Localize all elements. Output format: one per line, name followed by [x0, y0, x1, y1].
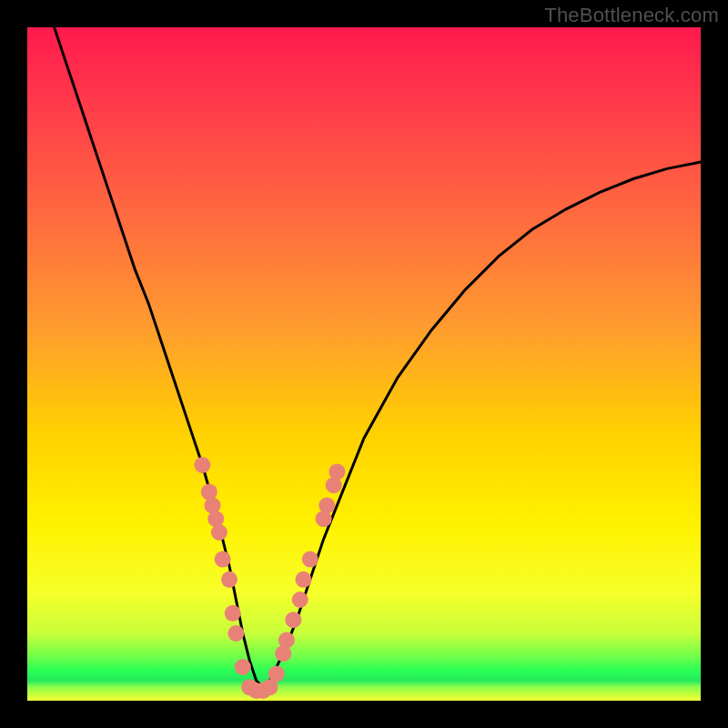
plot-area — [27, 27, 701, 701]
data-point — [225, 605, 241, 622]
highlighted-points — [194, 457, 345, 699]
data-point — [295, 571, 311, 588]
curve-layer — [27, 27, 701, 701]
data-point — [221, 571, 238, 588]
chart-frame: TheBottleneck.com — [0, 0, 728, 728]
data-point — [278, 632, 295, 648]
watermark-text: TheBottleneck.com — [544, 4, 719, 27]
data-point — [215, 551, 231, 568]
data-point — [235, 659, 251, 675]
data-point — [285, 612, 301, 628]
data-point — [268, 665, 285, 682]
data-point — [318, 497, 335, 513]
data-point — [211, 524, 228, 541]
data-point — [329, 463, 345, 480]
data-point — [228, 625, 244, 642]
data-point — [302, 551, 318, 568]
data-point — [292, 592, 308, 608]
bottleneck-curve — [55, 27, 701, 687]
data-point — [194, 457, 210, 473]
